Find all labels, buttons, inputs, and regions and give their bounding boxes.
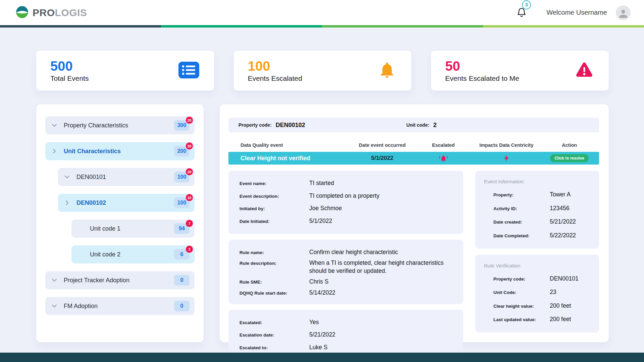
detail-value: Confirm clear height characteristic	[309, 248, 454, 256]
detail-label: Escalated to:	[239, 345, 309, 350]
sidebar-item-label: DEN00101	[76, 174, 174, 181]
detail-value: 200 feet	[550, 302, 591, 310]
detail-row: Activity ID: 123456	[484, 204, 591, 213]
sidebar-item-fm-adoption[interactable]: FM Adoption 0	[45, 297, 195, 315]
detail-label: Event name:	[239, 181, 309, 186]
category-tree-panel: Property Characteristics 300 20 Unit Cha…	[36, 104, 204, 342]
alert-count-badge: 10	[186, 194, 193, 201]
stat-text: 100 Events Escalated	[248, 59, 302, 82]
dq-table-header-row: Data Quality event Date event occurred E…	[228, 142, 599, 148]
detail-value: Joe Schmoe	[309, 204, 454, 213]
detail-label: Rule description:	[239, 261, 309, 266]
stat-card-total-events[interactable]: 500 Total Events	[36, 51, 214, 90]
dashboard-app: PROLOGIS 3 Welcome Username	[0, 0, 644, 362]
rule-verification-title: Rule Verification	[484, 263, 591, 268]
property-code-pair: Property code: DEN00102	[238, 122, 305, 129]
sidebar-item-label: Property Characteristics	[64, 122, 174, 129]
detail-value: Chris S	[309, 278, 454, 286]
event-details-box: Event name: TI started Event description…	[228, 171, 463, 234]
sidebar-item-property-characteristics[interactable]: Property Characteristics 300 20	[45, 116, 195, 134]
chevron-right-icon[interactable]	[64, 200, 70, 206]
events-escalated-to-me-label: Events Escalated to Me	[445, 74, 519, 82]
unit-code-label: Unit code:	[406, 122, 429, 128]
chevron-down-icon[interactable]	[51, 277, 57, 283]
detail-label: Initiated by:	[239, 206, 309, 211]
detail-value: 5/14/2022	[309, 289, 454, 297]
alert-count-badge: 7	[186, 220, 193, 227]
welcome-text: Welcome Username	[546, 9, 607, 16]
detail-row: Property: Tower A	[484, 191, 591, 199]
count-badge-group: 94 7	[174, 223, 190, 234]
detail-row: Rule SME: Chris S	[239, 278, 454, 286]
top-bar-right: 3 Welcome Username	[516, 5, 631, 20]
stat-card-events-escalated[interactable]: 100 Events Escalated	[234, 51, 412, 90]
chevron-down-icon[interactable]	[51, 122, 57, 128]
events-escalated-label: Events Escalated	[248, 74, 302, 82]
events-escalated-value: 100	[248, 59, 302, 73]
detail-value: 23	[550, 288, 591, 296]
chevron-right-icon[interactable]	[51, 148, 57, 154]
column-header-event: Data Quality event	[228, 142, 351, 148]
sidebar-item-unit-code-1[interactable]: Unit code 1 94 7	[71, 220, 195, 238]
dq-event-row[interactable]: Clear Height not verified 5/1/2022	[228, 152, 599, 165]
detail-row: Escalated to: Luke S	[239, 344, 454, 352]
sidebar-item-label: DEN00102	[76, 199, 174, 206]
count-pill: 0	[174, 275, 190, 286]
sidebar-item-den00102[interactable]: DEN00102 100 10	[58, 194, 195, 212]
detail-label: Escalated:	[239, 320, 309, 325]
detail-row: Event name: TI started	[239, 179, 454, 187]
detail-row: Date Initiated: 5/1/2022	[239, 217, 454, 225]
event-information-title: Event Information:	[484, 179, 591, 184]
detail-row: Date created: 5/21/2022	[484, 218, 591, 226]
chevron-down-icon[interactable]	[64, 174, 70, 180]
detail-row: Clear height value: 200 feet	[484, 302, 591, 310]
chevron-down-icon[interactable]	[51, 303, 57, 309]
detail-columns: Event name: TI started Event description…	[228, 171, 599, 360]
sidebar-item-label: FM Adoption	[64, 303, 174, 310]
column-header-action: Action	[540, 142, 599, 148]
count-badge-group: 0	[174, 275, 190, 286]
sidebar-item-den00101[interactable]: DEN00101 100 20	[58, 168, 195, 186]
stat-text: 50 Events Escalated to Me	[445, 59, 519, 82]
detail-label: Rule SME:	[239, 280, 309, 285]
detail-row: Date Completed: 5/22/2022	[484, 232, 591, 240]
sidebar-item-unit-code-2[interactable]: Unit code 2 6 3	[71, 245, 195, 263]
detail-row: Rule name: Confirm clear height characte…	[239, 248, 454, 256]
detail-row: Escalated: Yes	[239, 318, 454, 326]
stat-text: 500 Total Events	[50, 59, 89, 82]
sidebar-item-unit-characteristics[interactable]: Unit Characteristics 200 30	[45, 142, 195, 160]
detail-label: Rule name:	[239, 250, 309, 255]
detail-value: TI started	[309, 179, 454, 187]
detail-value: 5/21/2022	[550, 218, 591, 226]
detail-value: TI completed on a property	[309, 192, 454, 200]
property-code-label: Property code:	[238, 122, 272, 128]
count-badge-group: 100 10	[174, 197, 190, 208]
detail-label: Date Initiated:	[239, 219, 309, 224]
sidebar-item-project-tracker-adoption[interactable]: Project Tracker Adoption 0	[45, 271, 195, 289]
stat-card-events-escalated-to-me[interactable]: 50 Events Escalated to Me	[431, 51, 609, 90]
detail-label: Last updated value:	[493, 317, 550, 322]
detail-value: 5/22/2022	[550, 232, 591, 240]
detail-right-column: Event Information: Property: Tower A Act…	[475, 171, 599, 360]
detail-left-column: Event name: TI started Event description…	[228, 171, 463, 360]
detail-row: Event description: TI completed on a pro…	[239, 192, 454, 200]
prologis-logo[interactable]: PROLOGIS	[15, 5, 87, 20]
detail-row: Last updated value: 200 feet	[484, 315, 591, 323]
detail-value: DEN00101	[550, 275, 591, 283]
avatar[interactable]	[616, 5, 631, 20]
notifications-button[interactable]: 3	[516, 6, 527, 19]
detail-value: When a TI is completed, clear height cha…	[309, 259, 454, 275]
detail-row: Escalation date: 5/21/2022	[239, 331, 454, 339]
alert-count-badge: 20	[186, 117, 193, 124]
sidebar-item-label: Unit code 1	[90, 225, 174, 232]
bell-icon	[516, 13, 527, 19]
column-header-impacts: Impacts Data Centricity	[473, 142, 540, 148]
sidebar-item-label: Unit code 2	[90, 251, 174, 258]
detail-label: DQHQ Rule start date:	[239, 291, 309, 296]
detail-value: 123456	[550, 204, 591, 213]
column-header-escalated: Escalated	[414, 142, 473, 148]
rule-details-box: Rule name: Confirm clear height characte…	[228, 240, 463, 304]
count-badge-group: 6 3	[174, 249, 190, 260]
click-to-resolve-button[interactable]: Click to resolve	[550, 154, 589, 162]
event-name-cell: Clear Height not verified	[228, 155, 351, 162]
